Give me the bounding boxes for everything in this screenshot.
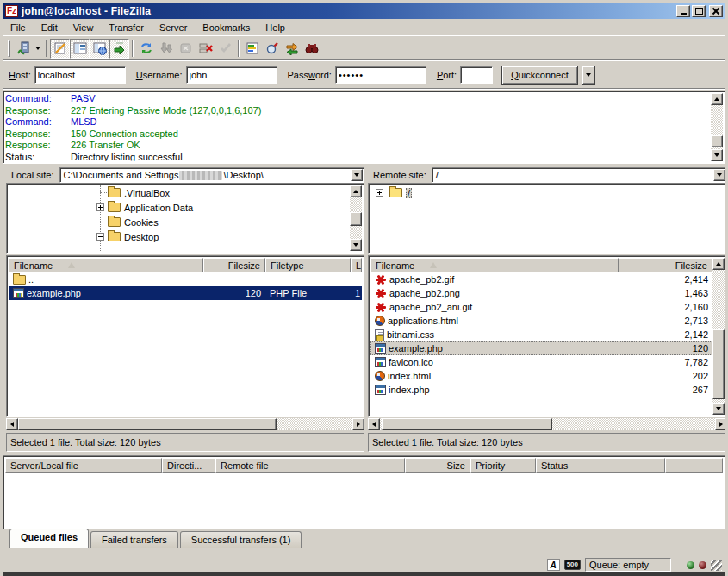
scroll-up-button[interactable] bbox=[711, 93, 723, 105]
scroll-left-button[interactable] bbox=[6, 418, 18, 430]
column-direction[interactable]: Directi... bbox=[162, 458, 215, 473]
toolbar-grip[interactable] bbox=[8, 40, 10, 57]
menu-transfer[interactable]: Transfer bbox=[101, 20, 152, 35]
remote-list-body[interactable]: apache_pb2.gif 2,414 apache_pb2.png 1,46… bbox=[370, 272, 712, 415]
column-server-local-file[interactable]: Server/Local file bbox=[5, 458, 162, 473]
quickconnect-button[interactable]: Quickconnect bbox=[501, 66, 578, 85]
remote-site-combo[interactable]: / bbox=[432, 167, 727, 183]
tab-queued-files[interactable]: Queued files bbox=[9, 529, 89, 548]
expand-plus-icon[interactable] bbox=[376, 189, 383, 197]
toggle-queue-button[interactable] bbox=[109, 39, 129, 59]
scroll-track[interactable] bbox=[712, 270, 725, 403]
column-filesize[interactable]: Filesize bbox=[203, 258, 265, 272]
cancel-button[interactable] bbox=[176, 39, 196, 59]
column-filename[interactable]: Filename bbox=[9, 258, 203, 272]
local-tree-scrollbar[interactable] bbox=[350, 185, 362, 251]
scroll-thumb[interactable] bbox=[350, 212, 362, 226]
refresh-button[interactable] bbox=[136, 39, 156, 59]
maximize-button[interactable] bbox=[692, 5, 706, 17]
scroll-track[interactable] bbox=[711, 105, 723, 149]
column-filetype[interactable]: Filetype bbox=[265, 258, 351, 272]
local-directory-tree[interactable]: .VirtualBox Application Data Cookies Des… bbox=[6, 183, 364, 254]
file-row[interactable]: applications.html 2,713 bbox=[370, 314, 712, 328]
scroll-up-button[interactable] bbox=[712, 258, 725, 270]
file-row[interactable]: index.php 267 bbox=[370, 383, 712, 397]
menu-view[interactable]: View bbox=[65, 20, 102, 35]
column-status[interactable]: Status bbox=[536, 458, 665, 473]
message-log[interactable]: Command:PASV Response:227 Entering Passi… bbox=[3, 91, 725, 164]
scroll-down-button[interactable] bbox=[712, 403, 725, 415]
scroll-down-button[interactable] bbox=[350, 239, 362, 251]
local-site-combo[interactable]: C:\Documents and Settings\Desktop\ bbox=[59, 167, 364, 183]
speed-limit-icon[interactable]: 500 bbox=[564, 560, 581, 570]
file-row-selected[interactable]: example.php 120 bbox=[370, 341, 712, 355]
find-button[interactable] bbox=[302, 39, 321, 59]
filter-button[interactable] bbox=[242, 39, 262, 59]
file-row-parent[interactable]: .. bbox=[9, 272, 362, 286]
column-size[interactable]: Size bbox=[405, 458, 470, 473]
scroll-thumb[interactable] bbox=[711, 135, 723, 147]
column-remote-file[interactable]: Remote file bbox=[215, 458, 405, 473]
scroll-right-button[interactable] bbox=[352, 418, 364, 430]
minimize-button[interactable] bbox=[676, 5, 690, 17]
scroll-track[interactable] bbox=[350, 197, 362, 239]
file-row[interactable]: index.html 202 bbox=[370, 369, 712, 383]
menu-server[interactable]: Server bbox=[152, 20, 195, 35]
tree-item-cookies[interactable]: Cookies bbox=[9, 215, 362, 229]
menu-help[interactable]: Help bbox=[258, 20, 293, 35]
toggle-remote-tree-button[interactable] bbox=[90, 39, 109, 59]
tab-failed-transfers[interactable]: Failed transfers bbox=[90, 531, 178, 548]
menu-edit[interactable]: Edit bbox=[34, 20, 65, 35]
remote-directory-tree[interactable]: / bbox=[368, 183, 727, 254]
remote-site-dropdown[interactable] bbox=[713, 169, 725, 181]
transfer-queue[interactable]: Server/Local file Directi... Remote file… bbox=[3, 455, 725, 529]
scroll-down-button[interactable] bbox=[711, 149, 723, 161]
local-file-list[interactable]: Filename Filesize Filetype L .. example.… bbox=[6, 255, 364, 417]
username-input[interactable] bbox=[186, 66, 277, 84]
tab-successful-transfers[interactable]: Successful transfers (1) bbox=[180, 531, 302, 548]
column-filesize[interactable]: Filesize bbox=[619, 258, 712, 272]
resize-grip[interactable] bbox=[711, 560, 722, 571]
tree-item-desktop[interactable]: Desktop bbox=[9, 229, 362, 244]
column-filename[interactable]: Filename bbox=[370, 258, 619, 272]
compare-button[interactable] bbox=[262, 39, 282, 59]
remote-list-scrollbar[interactable] bbox=[712, 258, 725, 415]
menu-file[interactable]: File bbox=[3, 20, 34, 35]
sync-browsing-button[interactable] bbox=[282, 39, 302, 59]
local-list-hscrollbar[interactable] bbox=[6, 418, 364, 430]
scroll-up-button[interactable] bbox=[350, 185, 362, 197]
scroll-thumb[interactable] bbox=[18, 418, 277, 430]
collapse-minus-icon[interactable] bbox=[96, 233, 104, 241]
expand-plus-icon[interactable] bbox=[96, 203, 104, 211]
tree-item-virtualbox[interactable]: .VirtualBox bbox=[9, 185, 362, 200]
file-row[interactable]: apache_pb2_ani.gif 2,160 bbox=[370, 300, 712, 314]
log-scrollbar[interactable] bbox=[711, 93, 723, 161]
process-queue-button[interactable] bbox=[156, 39, 176, 59]
verify-button[interactable] bbox=[215, 39, 235, 59]
title-bar[interactable]: Fz john@localhost - FileZilla bbox=[3, 3, 725, 19]
host-input[interactable] bbox=[34, 66, 126, 84]
menu-bookmarks[interactable]: Bookmarks bbox=[195, 20, 258, 35]
file-row[interactable]: bitnami.css 2,142 bbox=[370, 328, 712, 341]
disconnect-button[interactable] bbox=[196, 39, 215, 59]
column-priority[interactable]: Priority bbox=[470, 458, 536, 473]
scroll-track[interactable] bbox=[18, 418, 352, 430]
scroll-track[interactable] bbox=[380, 418, 715, 430]
scroll-thumb[interactable] bbox=[712, 329, 725, 399]
toggle-log-button[interactable] bbox=[50, 39, 70, 59]
remote-list-hscrollbar[interactable] bbox=[368, 418, 727, 430]
file-row[interactable]: favicon.ico 7,782 bbox=[370, 355, 712, 369]
tree-item-root[interactable]: / bbox=[370, 185, 725, 200]
local-list-body[interactable]: .. example.php 120 PHP File 1 bbox=[9, 272, 362, 415]
column-lastmodified[interactable]: L bbox=[351, 258, 362, 272]
port-input[interactable] bbox=[460, 66, 493, 84]
local-site-dropdown[interactable] bbox=[351, 169, 363, 181]
scroll-right-button[interactable] bbox=[715, 418, 727, 430]
password-input[interactable] bbox=[335, 66, 426, 84]
file-row[interactable]: apache_pb2.png 1,463 bbox=[370, 286, 712, 300]
file-row-example-php[interactable]: example.php 120 PHP File 1 bbox=[9, 286, 362, 300]
tree-item-application-data[interactable]: Application Data bbox=[9, 200, 362, 215]
scroll-left-button[interactable] bbox=[368, 418, 380, 430]
remote-file-list[interactable]: Filename Filesize apache_pb2.gif 2,414 a… bbox=[368, 255, 727, 417]
site-manager-button[interactable] bbox=[13, 39, 33, 59]
